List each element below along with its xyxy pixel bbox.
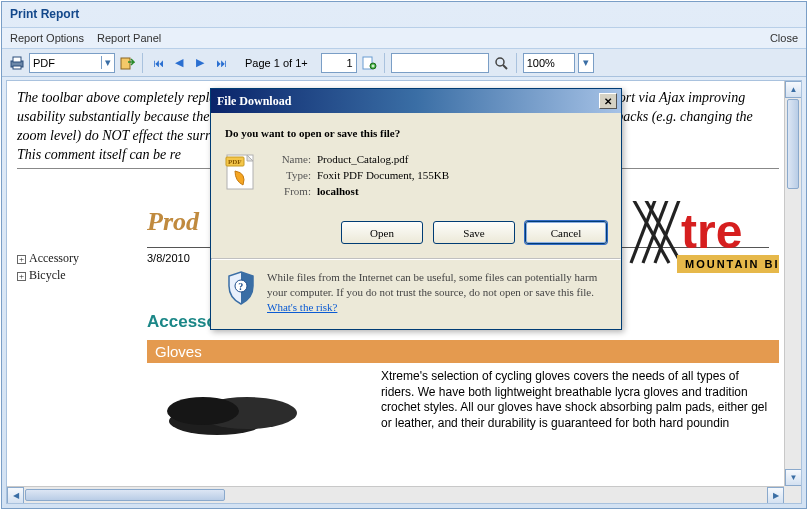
name-value: Product_Catalog.pdf: [317, 153, 408, 165]
scroll-thumb[interactable]: [25, 489, 225, 501]
zoom-select[interactable]: 100%: [523, 53, 575, 73]
svg-rect-1: [13, 57, 21, 62]
page-label: Page 1 of 1+: [245, 57, 308, 69]
cancel-button[interactable]: Cancel: [525, 221, 607, 244]
footer-text: While files from the Internet can be use…: [267, 271, 597, 298]
svg-point-16: [167, 397, 239, 425]
svg-rect-3: [121, 58, 130, 69]
close-icon[interactable]: ✕: [599, 93, 617, 109]
print-icon[interactable]: [8, 54, 26, 72]
menu-report-options[interactable]: Report Options: [10, 32, 84, 44]
scroll-up-icon[interactable]: ▲: [785, 81, 802, 98]
window-title: Print Report: [2, 2, 806, 27]
pdf-file-icon: PDF: [225, 153, 259, 191]
menu-report-panel[interactable]: Report Panel: [97, 32, 161, 44]
svg-rect-2: [13, 66, 21, 69]
expand-icon[interactable]: +: [17, 272, 26, 281]
tree-label: Accessory: [29, 251, 79, 265]
type-value: Foxit PDF Document, 155KB: [317, 169, 449, 181]
search-icon[interactable]: [492, 54, 510, 72]
subsection-band: Gloves: [147, 340, 779, 363]
intro-p2: This comment itself can be re: [17, 147, 181, 162]
toolbar: PDF ▾ ⏮ ◀ ▶ ⏭ Page 1 of 1+ 100% ▾: [2, 49, 806, 77]
tree-item-accessory[interactable]: +Accessory: [17, 251, 137, 266]
svg-point-6: [496, 58, 504, 66]
format-select-value: PDF: [33, 57, 55, 69]
menubar: Report Options Report Panel Close: [2, 27, 806, 49]
vertical-scrollbar[interactable]: ▲ ▼: [784, 81, 801, 486]
tree-label: Bicycle: [29, 268, 66, 282]
scroll-left-icon[interactable]: ◀: [7, 487, 24, 504]
type-label: Type:: [271, 169, 317, 181]
dialog-footer-text: While files from the Internet can be use…: [267, 270, 607, 315]
group-tree: +Accessory +Bicycle: [17, 201, 137, 483]
svg-text:?: ?: [238, 281, 243, 292]
page-input[interactable]: [321, 53, 357, 73]
scroll-thumb[interactable]: [787, 99, 799, 189]
name-label: Name:: [271, 153, 317, 165]
open-button[interactable]: Open: [341, 221, 423, 244]
expand-icon[interactable]: +: [17, 255, 26, 264]
zoom-dropdown[interactable]: ▾: [578, 53, 594, 73]
logo-subtext: MOUNTAIN BI: [685, 258, 779, 270]
logo-text: tre: [681, 205, 742, 258]
export-icon[interactable]: [118, 54, 136, 72]
horizontal-scrollbar[interactable]: ◀ ▶: [7, 486, 784, 503]
shield-icon: ?: [225, 270, 257, 306]
chevron-down-icon: ▾: [583, 56, 589, 69]
dialog-titlebar[interactable]: File Download ✕: [211, 89, 621, 113]
dialog-title: File Download: [217, 94, 291, 109]
product-description: Xtreme's selection of cycling gloves cov…: [381, 369, 769, 439]
file-download-dialog: File Download ✕ Do you want to open or s…: [210, 88, 622, 330]
menu-close[interactable]: Close: [770, 32, 798, 44]
svg-line-7: [503, 65, 507, 69]
from-value: localhost: [317, 185, 359, 197]
from-label: From:: [271, 185, 317, 197]
nav-last-icon[interactable]: ⏭: [212, 54, 230, 72]
format-select[interactable]: PDF ▾: [29, 53, 115, 73]
scroll-right-icon[interactable]: ▶: [767, 487, 784, 504]
save-button[interactable]: Save: [433, 221, 515, 244]
scroll-down-icon[interactable]: ▼: [785, 469, 802, 486]
goto-page-icon[interactable]: [360, 54, 378, 72]
chevron-down-icon: ▾: [101, 56, 111, 69]
nav-prev-icon[interactable]: ◀: [170, 54, 188, 72]
print-report-window: Print Report Report Options Report Panel…: [1, 1, 807, 509]
svg-text:PDF: PDF: [228, 158, 242, 166]
nav-first-icon[interactable]: ⏮: [149, 54, 167, 72]
product-image: [147, 369, 367, 439]
search-input[interactable]: [391, 53, 489, 73]
tree-item-bicycle[interactable]: +Bicycle: [17, 268, 137, 283]
whats-the-risk-link[interactable]: What's the risk?: [267, 301, 337, 313]
xtreme-logo: tre MOUNTAIN BI: [629, 201, 779, 303]
zoom-select-value: 100%: [527, 57, 555, 69]
nav-next-icon[interactable]: ▶: [191, 54, 209, 72]
dialog-question: Do you want to open or save this file?: [225, 127, 607, 139]
scroll-corner: [784, 486, 801, 503]
